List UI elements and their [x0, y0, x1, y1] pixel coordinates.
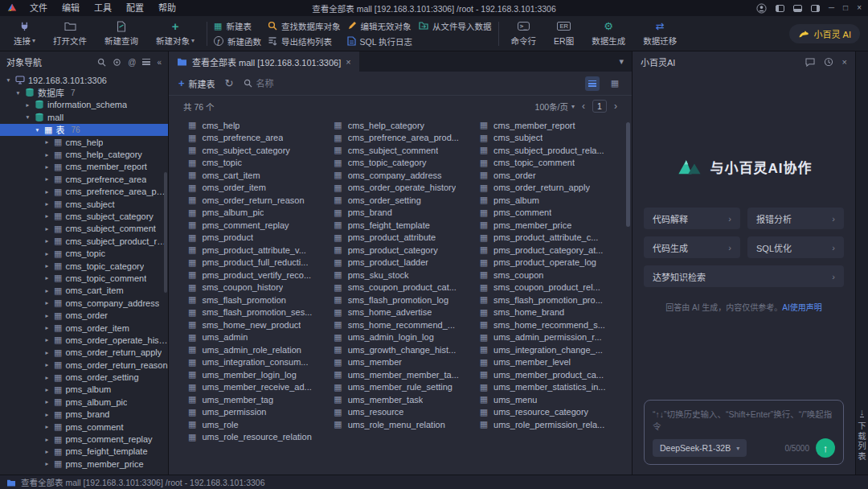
table-item[interactable]: ▦ ums_integration_consum...	[188, 356, 324, 369]
table-item[interactable]: ▦ ums_member_level	[480, 356, 616, 369]
table-item[interactable]: ▦ sms_flash_promotion_pro...	[480, 294, 616, 306]
tree-node-table[interactable]: ▸ ▦ oms_cart_item	[0, 285, 168, 297]
ai-action-button[interactable]: SQL优化 ›	[747, 236, 844, 258]
table-item[interactable]: ▦ sms_home_brand	[480, 306, 616, 319]
tree-node-table[interactable]: ▸ ▦ oms_company_address	[0, 297, 168, 309]
table-item[interactable]: ▦ cms_subject_category	[188, 144, 324, 157]
table-item[interactable]: ▦ oms_order	[480, 169, 616, 182]
table-item[interactable]: ▦ ums_resource	[334, 406, 469, 419]
chevron-right-icon[interactable]: ▸	[43, 262, 51, 269]
export-structure-button[interactable]: 导出结构列表	[268, 35, 341, 47]
menu-item[interactable]: 文件	[23, 0, 55, 16]
ai-kb-search-button[interactable]: 达梦知识检索 ›	[644, 265, 844, 287]
tree-node-table[interactable]: ▸ ▦ cms_help_category	[0, 148, 168, 160]
table-item[interactable]: ▦ pms_album_pic	[188, 207, 324, 220]
connect-button[interactable]: 连接▾	[8, 18, 41, 48]
sql-log-button[interactable]: SQL 执行日志	[347, 35, 413, 47]
chevron-right-icon[interactable]: ▸	[43, 188, 51, 195]
tree-node-table[interactable]: ▸ ▦ cms_topic_comment	[0, 272, 168, 284]
table-item[interactable]: ▦ ums_member_member_ta...	[334, 368, 469, 381]
refresh-icon[interactable]: ↻	[225, 77, 234, 89]
table-item[interactable]: ▦ cms_topic_category	[334, 157, 469, 170]
table-item[interactable]: ▦ cms_subject_product_rela...	[480, 144, 616, 157]
table-item[interactable]: ▦ cms_topic_comment	[480, 157, 616, 170]
table-item[interactable]: ▦ ums_resource_category	[480, 406, 616, 419]
tree-node-table[interactable]: ▸ ▦ cms_subject_comment	[0, 223, 168, 235]
tree-node-table[interactable]: ▸ ▦ pms_brand	[0, 409, 168, 421]
table-item[interactable]: ▦ ums_role_permission_rela...	[480, 418, 616, 431]
send-button[interactable]: ↑	[816, 438, 835, 458]
import-data-button[interactable]: 从文件导入数据	[419, 20, 492, 32]
edit-invalid-button[interactable]: 编辑无效对象	[347, 20, 413, 32]
table-item[interactable]: ▦ oms_order_return_reason	[188, 194, 324, 207]
table-item[interactable]: ▦ cms_subject_comment	[334, 144, 469, 157]
table-item[interactable]: ▦ ums_member_task	[334, 393, 469, 406]
tree-node-table[interactable]: ▸ ▦ cms_member_report	[0, 161, 168, 173]
chevron-right-icon[interactable]: ▸	[43, 312, 51, 319]
tree-node-table[interactable]: ▸ ▦ pms_comment	[0, 421, 168, 433]
table-item[interactable]: ▦ ums_admin_login_log	[334, 331, 469, 344]
sort-icon[interactable]	[142, 59, 150, 65]
table-item[interactable]: ▦ ums_menu	[480, 393, 616, 406]
list-view-button[interactable]	[585, 76, 600, 91]
table-item[interactable]: ▦ ums_admin	[188, 331, 324, 344]
table-item[interactable]: ▦ ums_admin_permission_r...	[480, 331, 616, 344]
chevron-right-icon[interactable]: ▸	[43, 361, 51, 368]
tree-node-server[interactable]: ▾ 192.168.3.101:3306	[0, 74, 168, 86]
table-item[interactable]: ▦ oms_cart_item	[188, 169, 324, 182]
table-item[interactable]: ▦ ums_member_rule_setting	[334, 381, 469, 394]
locate-icon[interactable]	[113, 58, 121, 67]
tree-node-table[interactable]: ▸ ▦ pms_comment_replay	[0, 433, 168, 445]
tree-node-table[interactable]: ▸ ▦ cms_subject	[0, 198, 168, 210]
ai-action-button[interactable]: 报错分析 ›	[747, 208, 844, 229]
new-table-button[interactable]: + 新建表	[178, 77, 215, 90]
ai-disclaimer-link[interactable]: AI使用声明	[782, 303, 821, 312]
tab-view-all-tables[interactable]: 查看全部表 mall [192.168.3.101:3306] ×	[169, 51, 359, 72]
tree-node-table[interactable]: ▸ ▦ pms_member_price	[0, 458, 168, 470]
table-item[interactable]: ▦ pms_comment	[480, 207, 616, 220]
tab-list-chevron-icon[interactable]: ▾	[619, 56, 624, 67]
download-list-label[interactable]: 下载列表	[856, 421, 868, 462]
model-select[interactable]: DeepSeek-R1-32B ▾	[653, 439, 747, 457]
chevron-right-icon[interactable]: ▸	[43, 250, 51, 257]
table-item[interactable]: ▦ sms_flash_promotion_ses...	[188, 306, 324, 319]
chevron-right-icon[interactable]: ▸	[43, 287, 51, 294]
new-table-button[interactable]: ▦ 新建表	[214, 20, 261, 32]
chevron-right-icon[interactable]: ▸	[43, 448, 51, 455]
sidebar-scrollbar[interactable]	[164, 172, 167, 293]
table-item[interactable]: ▦ cms_subject	[480, 132, 616, 145]
tree-node-table[interactable]: ▸ ▦ oms_order_operate_history	[0, 334, 168, 346]
open-file-button[interactable]: 打开文件	[47, 18, 92, 48]
tree-node-databases[interactable]: ▾ 数据库 7	[0, 86, 168, 98]
data-generate-button[interactable]: ⚙ 数据生成	[586, 18, 631, 48]
table-item[interactable]: ▦ pms_sku_stock	[334, 269, 469, 281]
collapse-panel-icon[interactable]: «	[157, 58, 162, 67]
chevron-down-icon[interactable]: ▾	[34, 126, 41, 134]
tree-node-table[interactable]: ▸ ▦ cms_topic	[0, 247, 168, 259]
chevron-down-icon[interactable]: ▾	[5, 76, 12, 84]
tree-node-table[interactable]: ▸ ▦ oms_order	[0, 309, 168, 321]
new-function-button[interactable]: ƒ 新建函数	[214, 35, 261, 47]
maximize-button[interactable]: □	[843, 0, 848, 16]
close-button[interactable]: ×	[857, 0, 862, 16]
chevron-right-icon[interactable]: ▸	[43, 163, 51, 171]
close-panel-icon[interactable]: ×	[842, 57, 847, 67]
table-item[interactable]: ▦ cms_prefrence_area_prod...	[334, 132, 469, 145]
table-item[interactable]: ▦ pms_product_vertify_reco...	[188, 269, 324, 281]
table-item[interactable]: ▦ oms_order_operate_history	[334, 182, 469, 195]
table-item[interactable]: ▦ ums_role	[188, 418, 324, 431]
tree-node-table[interactable]: ▸ ▦ cms_subject_product_relation	[0, 235, 168, 247]
new-object-button[interactable]: + 新建对象▾	[150, 18, 200, 48]
prev-page-button[interactable]: ‹	[582, 101, 585, 112]
ai-prompt-input[interactable]	[653, 408, 835, 434]
tree-node-tables[interactable]: ▾ ▦ 表 76	[0, 124, 168, 136]
chevron-right-icon[interactable]: ▸	[43, 200, 51, 208]
history-icon[interactable]	[824, 57, 833, 67]
table-item[interactable]: ▦ pms_product_category_at...	[480, 244, 616, 257]
main-scrollbar[interactable]	[626, 122, 630, 227]
chevron-right-icon[interactable]: ▸	[43, 411, 51, 418]
new-query-button[interactable]: 新建查询	[99, 18, 144, 48]
tree-node-table[interactable]: ▸ ▦ pms_album_pic	[0, 396, 168, 408]
search-input[interactable]	[256, 79, 305, 88]
chevron-right-icon[interactable]: ▸	[43, 212, 51, 220]
